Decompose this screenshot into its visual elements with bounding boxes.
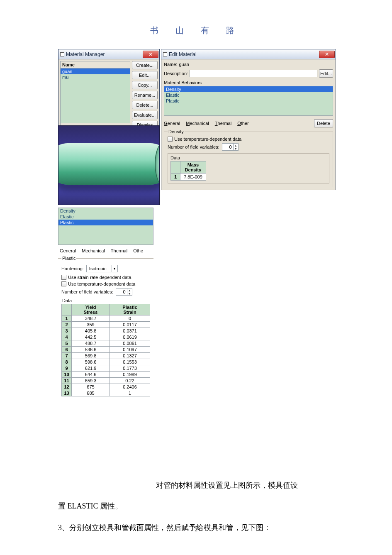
plastic-strain-cell[interactable]: 0.0117 <box>110 322 150 328</box>
create-button[interactable]: Create... <box>132 61 158 69</box>
plastic-strain-cell[interactable]: 0.1553 <box>110 359 150 365</box>
yield-stress-cell[interactable]: 685 <box>72 390 110 396</box>
temp-dependent-checkbox[interactable] <box>61 281 66 286</box>
plastic-strain-cell[interactable]: 0.0619 <box>110 334 150 340</box>
temp-dependent-label: Use temperature-dependent data <box>174 137 241 142</box>
col-header-yield: Yield Stress <box>72 304 110 315</box>
titlebar: Edit Material ✕ <box>161 49 336 59</box>
menu-mechanical[interactable]: Mechanical <box>82 248 105 253</box>
plastic-strain-cell[interactable]: 1 <box>110 390 150 396</box>
table-row[interactable]: 6536.60.1097 <box>62 347 150 353</box>
plastic-strain-cell[interactable]: 0 <box>110 315 150 322</box>
close-icon[interactable]: ✕ <box>319 51 335 58</box>
plastic-strain-cell[interactable]: 0.1097 <box>110 347 150 353</box>
name-label: Name: <box>164 62 177 67</box>
table-row[interactable]: 23590.0117 <box>62 322 150 328</box>
rename-button[interactable]: Rename... <box>132 91 158 99</box>
close-icon[interactable]: ✕ <box>143 51 158 58</box>
description-input[interactable] <box>190 70 317 77</box>
chevron-down-icon[interactable]: ▾ <box>112 265 117 272</box>
delete-behavior-button[interactable]: Delete <box>314 119 333 127</box>
behavior-item[interactable]: Plastic <box>58 220 153 225</box>
menu-other[interactable]: Other <box>237 121 249 126</box>
menu-thermal[interactable]: Thermal <box>111 248 127 253</box>
plastic-strain-cell[interactable]: 0.1327 <box>110 353 150 359</box>
table-row[interactable]: 4442.50.0619 <box>62 334 150 340</box>
description-edit-button[interactable]: Edit... <box>319 69 333 78</box>
delete-button[interactable]: Delete... <box>132 101 158 109</box>
yield-stress-cell[interactable]: 488.7 <box>72 340 110 347</box>
yield-stress-cell[interactable]: 405.8 <box>72 328 110 334</box>
menu-thermal[interactable]: Thermal <box>215 121 231 126</box>
row-index: 9 <box>62 365 72 372</box>
yield-stress-cell[interactable]: 644.6 <box>72 372 110 378</box>
page-number: 2 <box>0 526 392 533</box>
spinner-down-icon[interactable]: ▼ <box>127 292 132 295</box>
row-index: 13 <box>62 390 72 396</box>
menu-general[interactable]: General <box>164 121 180 126</box>
table-row[interactable]: 8598.60.1553 <box>62 359 150 365</box>
behavior-item[interactable]: Plastic <box>164 98 333 104</box>
table-row[interactable]: 1348.70 <box>62 315 150 322</box>
plastic-strain-cell[interactable]: 0.0371 <box>110 328 150 334</box>
spinner-down-icon[interactable]: ▼ <box>233 147 238 150</box>
plastic-strain-cell[interactable]: 0.2406 <box>110 384 150 390</box>
plastic-strain-cell[interactable]: 0.0861 <box>110 340 150 347</box>
yield-stress-cell[interactable]: 598.6 <box>72 359 110 365</box>
table-row[interactable]: 126750.2406 <box>62 384 150 390</box>
yield-stress-cell[interactable]: 359 <box>72 322 110 328</box>
table-row: 1 7.8E-009 <box>171 174 206 181</box>
data-label: Data <box>62 298 150 303</box>
behaviors-list[interactable]: Density Elastic Plastic <box>164 86 333 116</box>
yield-stress-cell[interactable]: 348.7 <box>72 315 110 322</box>
yield-stress-cell[interactable]: 621.9 <box>72 365 110 372</box>
yield-stress-cell[interactable]: 536.6 <box>72 347 110 353</box>
plastic-strain-cell[interactable]: 0.1773 <box>110 365 150 372</box>
col-header: Mass Density <box>180 161 206 174</box>
page-header: 书 山 有 路 <box>0 25 392 36</box>
spinner-up-icon[interactable]: ▲ <box>233 144 238 147</box>
plastic-strain-cell[interactable]: 0.22 <box>110 378 150 384</box>
strain-rate-checkbox[interactable] <box>61 275 66 280</box>
table-row[interactable]: 5488.70.0861 <box>62 340 150 347</box>
materials-list[interactable]: Name guan mu <box>60 61 130 129</box>
edit-button[interactable]: Edit... <box>132 71 158 79</box>
nfv-label: Number of field variables: <box>61 289 113 294</box>
titlebar: Material Manager ✕ <box>58 49 159 59</box>
yield-stress-cell[interactable]: 659.3 <box>72 378 110 384</box>
table-row[interactable]: 11659.30.22 <box>62 378 150 384</box>
behavior-item[interactable]: Density <box>58 208 153 214</box>
nfv-spinner[interactable]: 0 ▲ ▼ <box>116 288 132 296</box>
behavior-item[interactable]: Elastic <box>164 92 333 98</box>
menu-mechanical[interactable]: Mechanical <box>186 121 209 126</box>
spinner-up-icon[interactable]: ▲ <box>127 289 132 292</box>
hardening-combo[interactable]: Isotropic ▾ <box>86 265 118 272</box>
behavior-item[interactable]: Elastic <box>58 214 153 220</box>
temp-dependent-checkbox[interactable] <box>168 137 173 142</box>
behavior-item[interactable]: Density <box>164 86 333 92</box>
list-item[interactable]: guan <box>61 68 130 74</box>
nfv-spinner[interactable]: 0 ▲ ▼ <box>222 143 239 151</box>
table-row[interactable]: 7569.80.1327 <box>62 353 150 359</box>
pipe-geometry <box>58 143 160 185</box>
table-row[interactable]: 136851 <box>62 390 150 396</box>
menu-other[interactable]: Othe <box>133 248 143 253</box>
evaluate-button[interactable]: Evaluate... <box>132 111 158 119</box>
strain-rate-label: Use strain-rate-dependent data <box>68 275 131 280</box>
plastic-table[interactable]: Yield Stress Plastic Strain 1348.7023590… <box>61 304 150 396</box>
table-row[interactable]: 10644.60.1989 <box>62 372 150 378</box>
plastic-strain-cell[interactable]: 0.1989 <box>110 372 150 378</box>
table-row[interactable]: 9621.90.1773 <box>62 365 150 372</box>
copy-button[interactable]: Copy... <box>132 81 158 89</box>
behaviors-list-2[interactable]: Density Elastic Plastic <box>58 208 153 245</box>
plastic-legend: Plastic <box>61 256 76 261</box>
model-viewport[interactable] <box>58 125 160 205</box>
yield-stress-cell[interactable]: 442.5 <box>72 334 110 340</box>
list-item[interactable]: mu <box>61 74 130 80</box>
table-row[interactable]: 3405.80.0371 <box>62 328 150 334</box>
yield-stress-cell[interactable]: 569.8 <box>72 353 110 359</box>
yield-stress-cell[interactable]: 675 <box>72 384 110 390</box>
body-text-1: 对管的材料属性设置见上图所示，模具值设 <box>156 477 355 494</box>
density-table[interactable]: Mass Density 1 7.8E-009 <box>170 161 206 181</box>
menu-general[interactable]: General <box>60 248 76 253</box>
